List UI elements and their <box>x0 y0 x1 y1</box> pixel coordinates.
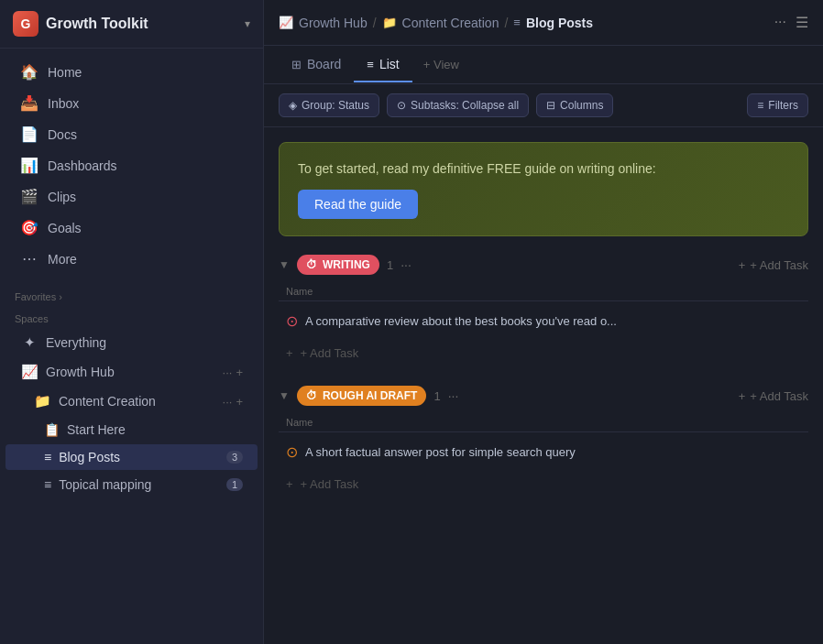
list-label: Blog Posts <box>59 450 120 464</box>
sidebar-item-growth-hub[interactable]: 📈 Growth Hub ··· + <box>5 358 258 386</box>
writing-status-icon: ⏱ <box>306 258 317 271</box>
sidebar-header[interactable]: G Growth Toolkit ▾ <box>0 0 263 49</box>
sidebar-item-label: Goals <box>48 221 82 235</box>
add-view-label: + View <box>423 58 459 71</box>
sidebar-item-home[interactable]: 🏠 Home <box>5 57 258 87</box>
group-badge-label: WRITING <box>323 258 370 271</box>
task-table-writing: Name ⊙ A comparative review about the be… <box>279 282 808 367</box>
task-table-rough-ai: Name ⊙ A short factual answer post for s… <box>279 413 808 498</box>
hamburger-icon[interactable]: ☰ <box>796 14 808 31</box>
topbar-actions: ··· ☰ <box>774 14 808 31</box>
sidebar-item-more[interactable]: ⋯ More <box>5 244 258 274</box>
space-actions: ··· + <box>223 366 243 379</box>
add-task-row[interactable]: + + Add Task <box>279 470 808 498</box>
add-task-label: + Add Task <box>750 258 808 272</box>
filter-label: Group: Status <box>302 99 369 112</box>
table-header: Name <box>279 413 808 432</box>
everything-icon: ✦ <box>20 334 38 351</box>
tab-board[interactable]: ⊞ Board <box>279 48 354 82</box>
promo-banner: To get started, read my definitive FREE … <box>279 142 808 236</box>
more-icon: ⋯ <box>20 250 38 267</box>
filter-label: Subtasks: Collapse all <box>411 99 519 112</box>
subtasks-filter[interactable]: ⊙ Subtasks: Collapse all <box>387 93 529 117</box>
task-group-header: ▼ ⏱ WRITING 1 ··· + + Add Task <box>279 255 808 275</box>
group-count: 1 <box>387 258 393 272</box>
favorites-section[interactable]: Favorites › <box>0 282 263 306</box>
blog-posts-breadcrumb-icon: ≡ <box>513 16 521 29</box>
add-task-button[interactable]: + + Add Task <box>739 389 808 403</box>
breadcrumb-growth-hub[interactable]: Growth Hub <box>299 16 368 30</box>
breadcrumb-content-creation[interactable]: Content Creation <box>402 16 499 30</box>
more-dots-icon[interactable]: ··· <box>774 14 786 31</box>
sidebar-item-goals[interactable]: 🎯 Goals <box>5 213 258 243</box>
sidebar-item-clips[interactable]: 🎬 Clips <box>5 181 258 212</box>
sidebar-folder-content-creation[interactable]: 📁 Content Creation ··· + <box>5 387 258 415</box>
add-task-label: + Add Task <box>301 477 359 491</box>
docs-icon: 📄 <box>20 126 38 143</box>
sidebar-item-inbox[interactable]: 📥 Inbox <box>5 88 258 118</box>
sidebar-item-dashboards[interactable]: 📊 Dashboards <box>5 150 258 180</box>
tab-list[interactable]: ≡ List <box>354 48 412 82</box>
group-dots-icon[interactable]: ··· <box>448 388 459 403</box>
sidebar-list-start-here[interactable]: 📋 Start Here <box>5 417 258 442</box>
group-count: 1 <box>433 389 440 403</box>
tab-list-label: List <box>379 57 400 71</box>
sidebar-item-docs[interactable]: 📄 Docs <box>5 119 258 149</box>
columns-filter[interactable]: ⊟ Columns <box>536 93 613 117</box>
plus-icon[interactable]: + <box>236 366 243 379</box>
table-row[interactable]: ⊙ A short factual answer post for simple… <box>279 434 808 470</box>
sidebar: G Growth Toolkit ▾ 🏠 Home 📥 Inbox 📄 Docs… <box>0 0 264 644</box>
add-task-row[interactable]: + + Add Task <box>279 339 808 367</box>
dots-icon[interactable]: ··· <box>223 366 233 379</box>
list-lines-icon: ≡ <box>44 477 51 492</box>
list-label: Start Here <box>67 422 126 437</box>
sidebar-list-blog-posts[interactable]: ≡ Blog Posts 3 <box>5 444 258 470</box>
sidebar-nav: 🏠 Home 📥 Inbox 📄 Docs 📊 Dashboards 🎬 Cli… <box>0 49 263 282</box>
filters-icon: ≡ <box>757 99 763 112</box>
inbox-icon: 📥 <box>20 94 38 112</box>
read-guide-button[interactable]: Read the guide <box>298 190 418 219</box>
add-view-button[interactable]: + View <box>412 49 470 81</box>
sidebar-item-label: More <box>48 252 77 267</box>
add-task-button[interactable]: + + Add Task <box>739 258 808 272</box>
filters-button[interactable]: ≡ Filters <box>747 93 808 117</box>
sidebar-item-label: Growth Hub <box>46 365 115 379</box>
group-badge-label: ROUGH AI DRAFT <box>323 389 418 402</box>
task-status-icon: ⊙ <box>286 443 298 461</box>
group-dots-icon[interactable]: ··· <box>401 257 412 272</box>
group-collapse-icon[interactable]: ▼ <box>279 389 290 402</box>
filter-label: Columns <box>560 99 603 112</box>
breadcrumb-current: Blog Posts <box>526 16 593 30</box>
folder-label: Content Creation <box>59 394 156 409</box>
plus-icon[interactable]: + <box>236 395 243 409</box>
sidebar-item-everything[interactable]: ✦ Everything <box>5 329 258 356</box>
app-title: Growth Toolkit <box>46 16 237 32</box>
group-badge-writing: ⏱ WRITING <box>297 255 379 275</box>
group-status-filter[interactable]: ◈ Group: Status <box>279 93 379 117</box>
group-collapse-icon[interactable]: ▼ <box>279 258 290 271</box>
breadcrumb: 📈 Growth Hub / 📁 Content Creation / ≡ Bl… <box>279 16 593 30</box>
topbar: 📈 Growth Hub / 📁 Content Creation / ≡ Bl… <box>264 0 823 46</box>
task-name: A comparative review about the best book… <box>305 314 801 328</box>
add-task-label: + Add Task <box>750 389 808 403</box>
content-area: To get started, read my definitive FREE … <box>264 127 823 644</box>
list-label: Topical mapping <box>59 477 151 492</box>
sidebar-item-label: Everything <box>46 335 106 350</box>
filter-bar: ◈ Group: Status ⊙ Subtasks: Collapse all… <box>264 84 823 127</box>
table-row[interactable]: ⊙ A comparative review about the best bo… <box>279 303 808 339</box>
plus-icon: + <box>739 258 746 272</box>
dots-icon[interactable]: ··· <box>223 395 233 409</box>
list-lines-icon: ≡ <box>44 450 51 464</box>
task-name: A short factual answer post for simple s… <box>305 445 801 459</box>
task-status-icon: ⊙ <box>286 312 298 330</box>
home-icon: 🏠 <box>20 63 38 81</box>
sidebar-list-topical-mapping[interactable]: ≡ Topical mapping 1 <box>5 472 258 497</box>
growth-hub-icon: 📈 <box>20 364 38 380</box>
folder-icon: 📁 <box>33 393 51 409</box>
folder-actions: ··· + <box>223 395 243 409</box>
favorites-label: Favorites › <box>15 291 62 302</box>
sidebar-item-label: Clips <box>48 190 76 204</box>
view-tabs: ⊞ Board ≡ List + View <box>264 46 823 84</box>
add-task-label: + Add Task <box>301 346 359 360</box>
plus-icon: + <box>286 346 293 360</box>
